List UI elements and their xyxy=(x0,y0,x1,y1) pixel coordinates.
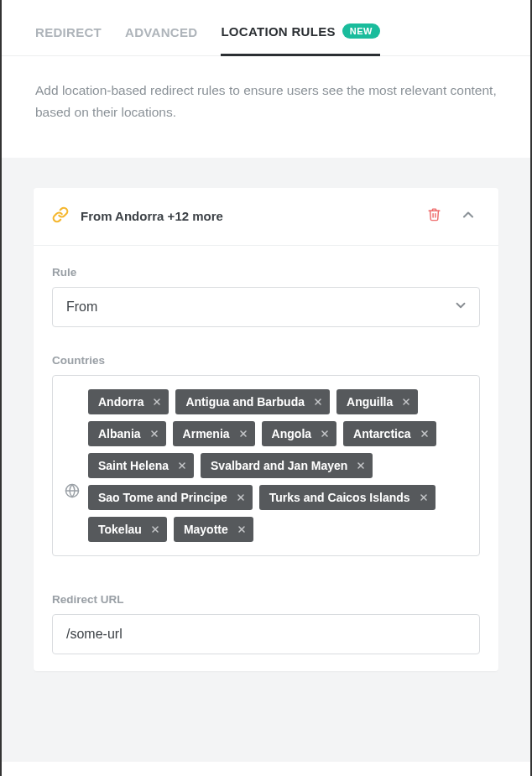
country-chip: Andorra xyxy=(88,389,169,414)
country-chip: Saint Helena xyxy=(88,453,194,478)
chip-label: Anguilla xyxy=(347,395,393,409)
tab-location-label: LOCATION RULES xyxy=(221,24,335,39)
tab-location-rules[interactable]: LOCATION RULES NEW xyxy=(221,23,380,56)
chip-label: Sao Tome and Principe xyxy=(98,491,227,504)
chip-remove-icon[interactable] xyxy=(236,492,246,503)
chip-remove-icon[interactable] xyxy=(177,461,187,471)
collapse-icon[interactable] xyxy=(456,203,480,230)
redirect-section: Redirect URL xyxy=(34,563,498,671)
trash-icon[interactable] xyxy=(424,204,445,228)
chip-label: Antigua and Barbuda xyxy=(185,395,305,409)
intro-text: Add location-based redirect rules to ens… xyxy=(2,56,530,158)
countries-input[interactable]: AndorraAntigua and BarbudaAnguillaAlbani… xyxy=(52,375,480,556)
chip-remove-icon[interactable] xyxy=(152,397,162,407)
chip-label: Saint Helena xyxy=(98,459,169,472)
country-chip: Antarctica xyxy=(343,421,436,446)
chip-remove-icon[interactable] xyxy=(420,429,430,439)
chip-remove-icon[interactable] xyxy=(356,461,366,471)
country-chip: Tokelau xyxy=(88,517,167,542)
chip-label: Angola xyxy=(272,427,311,440)
rule-card: From Andorra +12 more Rule From Countrie… xyxy=(34,188,498,671)
chip-remove-icon[interactable] xyxy=(401,397,411,407)
rule-select[interactable]: From xyxy=(52,287,480,327)
chip-label: Svalbard and Jan Mayen xyxy=(211,459,347,472)
card-header: From Andorra +12 more xyxy=(34,188,498,246)
chip-label: Antarctica xyxy=(353,427,410,440)
chips-container: AndorraAntigua and BarbudaAnguillaAlbani… xyxy=(88,389,467,542)
chip-label: Turks and Caicos Islands xyxy=(269,491,410,504)
chip-remove-icon[interactable] xyxy=(149,429,159,439)
rule-label: Rule xyxy=(52,266,480,279)
chip-label: Andorra xyxy=(98,395,143,409)
chip-remove-icon[interactable] xyxy=(419,492,429,503)
chip-label: Tokelau xyxy=(98,523,142,536)
chip-label: Armenia xyxy=(183,427,230,440)
globe-icon xyxy=(65,483,80,502)
redirect-url-input[interactable] xyxy=(52,614,480,654)
chip-remove-icon[interactable] xyxy=(313,397,323,407)
chip-remove-icon[interactable] xyxy=(320,429,330,439)
country-chip: Antigua and Barbuda xyxy=(175,389,330,414)
country-chip: Sao Tome and Principe xyxy=(88,485,253,510)
country-chip: Albania xyxy=(88,421,166,446)
chip-remove-icon[interactable] xyxy=(237,524,247,534)
tab-redirect[interactable]: REDIRECT xyxy=(35,25,102,55)
chip-remove-icon[interactable] xyxy=(150,524,160,534)
chip-label: Mayotte xyxy=(184,523,228,536)
country-chip: Armenia xyxy=(173,421,255,446)
rule-section: Rule From xyxy=(34,246,498,334)
chip-label: Albania xyxy=(98,427,141,440)
tabs-bar: REDIRECT ADVANCED LOCATION RULES NEW xyxy=(2,0,530,56)
country-chip: Mayotte xyxy=(174,517,253,542)
rules-area: From Andorra +12 more Rule From Countrie… xyxy=(2,158,530,762)
chip-remove-icon[interactable] xyxy=(238,429,248,439)
countries-section: Countries AndorraAntigua and BarbudaAngu… xyxy=(34,334,498,563)
tab-advanced[interactable]: ADVANCED xyxy=(125,25,197,55)
country-chip: Anguilla xyxy=(336,389,418,414)
link-icon xyxy=(52,206,69,227)
countries-label: Countries xyxy=(52,354,480,367)
country-chip: Turks and Caicos Islands xyxy=(259,485,436,510)
country-chip: Svalbard and Jan Mayen xyxy=(201,453,373,478)
redirect-url-label: Redirect URL xyxy=(52,593,480,606)
card-title: From Andorra +12 more xyxy=(81,209,412,223)
new-badge: NEW xyxy=(342,23,380,39)
country-chip: Angola xyxy=(262,421,336,446)
